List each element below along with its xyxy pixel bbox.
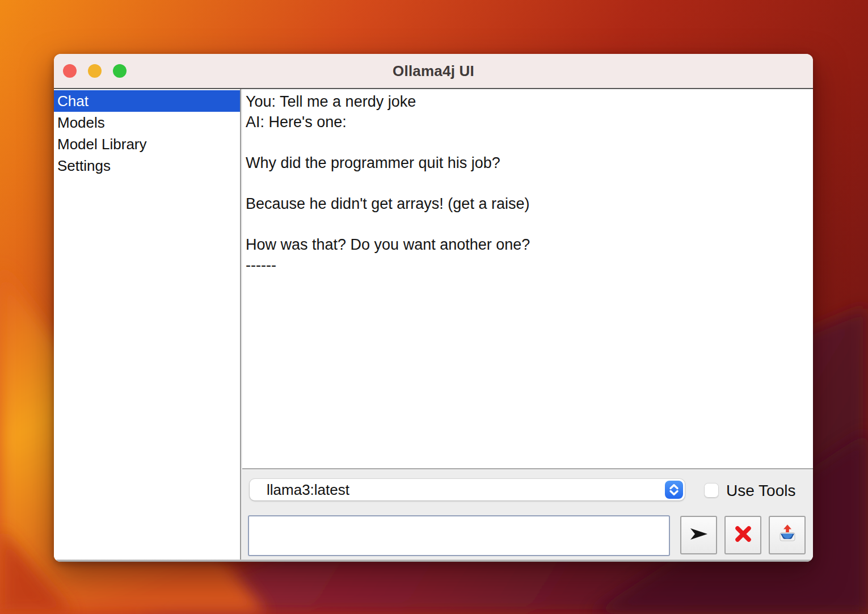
chat-controls-panel: llama3:latest Use Tools xyxy=(242,469,813,561)
send-button[interactable] xyxy=(680,516,717,554)
red-x-icon xyxy=(734,524,753,546)
sidebar-item-chat[interactable]: Chat xyxy=(54,90,240,112)
stepper-icon xyxy=(665,481,683,499)
zoom-window-button[interactable] xyxy=(113,64,127,78)
chat-history-pane[interactable]: You: Tell me a nerdy joke AI: Here's one… xyxy=(242,89,813,469)
model-select-value: llama3:latest xyxy=(267,481,349,499)
sidebar-item-models[interactable]: Models xyxy=(54,112,240,133)
sidebar-item-model-library[interactable]: Model Library xyxy=(54,133,240,155)
app-window: Ollama4j UI Chat Models Model Library Se… xyxy=(54,54,813,562)
model-select[interactable]: llama3:latest xyxy=(250,479,685,501)
message-input[interactable] xyxy=(248,515,670,556)
window-title: Ollama4j UI xyxy=(393,62,474,80)
send-arrow-icon xyxy=(688,524,710,546)
window-controls xyxy=(63,54,127,88)
use-tools-checkbox[interactable] xyxy=(704,483,719,498)
minimize-window-button[interactable] xyxy=(88,64,102,78)
sidebar-item-settings[interactable]: Settings xyxy=(54,155,240,176)
close-window-button[interactable] xyxy=(63,64,77,78)
outbox-tray-icon xyxy=(777,523,798,547)
use-tools-label: Use Tools xyxy=(726,482,795,500)
window-content: Chat Models Model Library Settings You: … xyxy=(54,89,813,561)
navigation-sidebar: Chat Models Model Library Settings xyxy=(54,89,241,561)
titlebar: Ollama4j UI xyxy=(54,54,813,89)
cancel-button[interactable] xyxy=(724,516,761,554)
upload-button[interactable] xyxy=(769,516,806,554)
chat-transcript: You: Tell me a nerdy joke AI: Here's one… xyxy=(246,91,808,275)
